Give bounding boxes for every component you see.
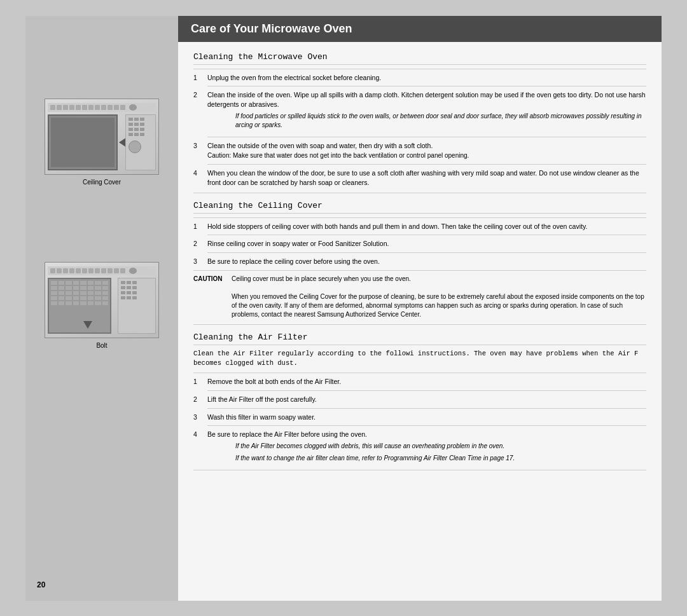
bolt-arrow <box>83 321 92 329</box>
step-num: 4 <box>193 430 207 466</box>
step-text: Clean the outside of the oven with soap … <box>207 141 646 161</box>
step-text: Clean the inside of the oven. Wipe up al… <box>207 90 646 132</box>
page-number: 20 <box>37 580 45 589</box>
air-step-1: 1 Remove the bolt at both ends of the Ai… <box>193 377 646 387</box>
step-text: Unplug the oven from the electrical sock… <box>207 73 646 83</box>
step-num: 2 <box>193 90 207 132</box>
air-step-4: 4 Be sure to replace the Air Filter befo… <box>193 430 646 466</box>
step-text: Lift the Air Filter off the post careful… <box>207 395 646 404</box>
note-4a: If the Air Filter becomes clogged with d… <box>235 442 646 451</box>
left-sidebar: Ceiling Cover <box>25 16 178 601</box>
microwave-image2 <box>45 262 159 338</box>
air-step-2: 2 Lift the Air Filter off the post caref… <box>193 395 646 404</box>
content-area: Cleaning the Microwave Oven 1 Unplug the… <box>178 42 662 601</box>
oven-door <box>48 114 118 170</box>
step-num: 1 <box>193 73 207 83</box>
note-4b: If the want to change the air filter cle… <box>235 454 646 463</box>
step-num: 3 <box>193 141 207 161</box>
section-microwave-title: Cleaning the Microwave Oven <box>193 52 646 65</box>
air-intro: Clean the Air Filter regularly according… <box>193 349 646 369</box>
image2-container: Bolt <box>45 262 159 349</box>
filter-area <box>48 278 111 334</box>
air-steps: 1 Remove the bolt at both ends of the Ai… <box>193 377 646 466</box>
image1-container: Ceiling Cover <box>45 99 159 186</box>
step-text: Hold side stoppers of ceiling cover with… <box>207 222 646 231</box>
air-step-3: 3 Wash this filter in warm soapy water. <box>193 413 646 422</box>
step-text: Be sure to replace the ceiling cover bef… <box>207 257 646 266</box>
step-num: 4 <box>193 168 207 187</box>
ceiling-step-2: 2 Rinse ceiling cover in soapy water or … <box>193 239 646 249</box>
step-text: Remove the bolt at both ends of the Air … <box>207 377 646 387</box>
step-num: 1 <box>193 222 207 231</box>
step-text: Wash this filter in warm soapy water. <box>207 413 646 422</box>
step-text: Be sure to replace the Air Filter before… <box>207 430 646 466</box>
ceiling-steps: 1 Hold side stoppers of ceiling cover wi… <box>193 222 646 266</box>
ceiling-step-1: 1 Hold side stoppers of ceiling cover wi… <box>193 222 646 231</box>
image2-label: Bolt <box>96 342 107 349</box>
section-ceiling-title: Cleaning the Ceiling Cover <box>193 201 646 214</box>
right-content: Care of Your Microwave Oven Cleaning the… <box>178 16 662 601</box>
caution-content: Ceiling cover must be in place securely … <box>232 275 646 319</box>
microwave-steps: 1 Unplug the oven from the electrical so… <box>193 73 646 188</box>
page-title: Care of Your Microwave Oven <box>191 22 649 36</box>
note-block: If food particles or spilled liquids sti… <box>235 112 646 130</box>
page-header: Care of Your Microwave Oven <box>178 16 662 42</box>
page-container: Ceiling Cover <box>25 16 662 601</box>
step-text: Rinse ceiling cover in soapy water or Fo… <box>207 239 646 249</box>
section-air-title: Cleaning the Air Filter <box>193 332 646 345</box>
step-num: 2 <box>193 239 207 249</box>
microwave-step-1: 1 Unplug the oven from the electrical so… <box>193 73 646 83</box>
control-panel2 <box>118 278 156 334</box>
microwave-step-3: 3 Clean the outside of the oven with soa… <box>193 141 646 161</box>
step-num: 3 <box>193 413 207 422</box>
image1-label: Ceiling Cover <box>83 179 121 186</box>
step-num: 1 <box>193 377 207 387</box>
ceiling-caution: CAUTION Ceiling cover must be in place s… <box>193 275 646 319</box>
top-panel <box>48 103 156 112</box>
step-num: 3 <box>193 257 207 266</box>
step-num: 2 <box>193 395 207 404</box>
microwave-step-2: 2 Clean the inside of the oven. Wipe up … <box>193 90 646 132</box>
microwave-step-4: 4 When you clean the window of the door,… <box>193 168 646 187</box>
top-panel2 <box>48 266 156 275</box>
microwave-image1 <box>45 99 159 175</box>
caution-label: CAUTION <box>193 275 232 319</box>
step-text: When you clean the window of the door, b… <box>207 168 646 187</box>
ceiling-step-3: 3 Be sure to replace the ceiling cover b… <box>193 257 646 266</box>
control-panel <box>125 114 156 170</box>
caution-3: Caution: Make sure that water does not g… <box>207 151 646 160</box>
